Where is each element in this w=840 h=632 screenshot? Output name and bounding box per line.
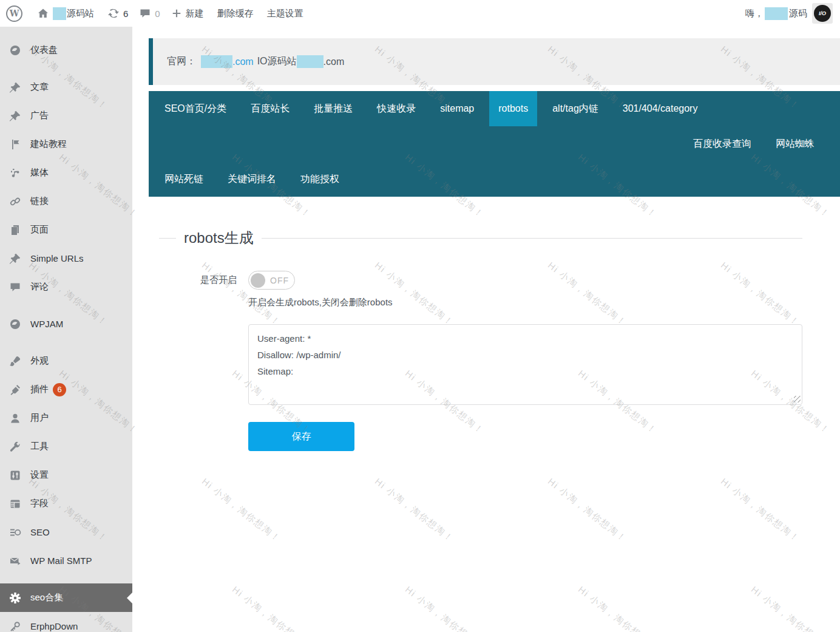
sidebar-item-settings[interactable]: 设置 [0,461,132,489]
sidebar-item-posts[interactable]: 文章 [0,73,132,101]
comments-icon [139,7,151,19]
comments-count: 0 [155,8,160,19]
toggle-state-label: OFF [270,276,289,285]
site-name: 源码站 [67,8,94,19]
tab-site-spider[interactable]: 网站蜘蛛 [767,126,824,161]
plus-icon [171,8,182,19]
flag-icon [9,138,21,151]
tab-baidu-webmaster[interactable]: 百度站长 [242,91,299,126]
sidebar-item-links[interactable]: 链接 [0,187,132,216]
theme-settings-link[interactable]: 主题设置 [267,8,303,19]
sidebar-item-label: 设置 [30,469,49,481]
wordpress-logo-icon: W [6,5,22,22]
sidebar-item-label: seo合集 [30,592,63,603]
tab-site-dead-link[interactable]: 网站死链 [155,161,212,197]
tab-alt-tag-internal-link[interactable]: alt/tag内链 [543,91,608,126]
sidebar-item-wp-mail-smtp[interactable]: WP Mail SMTP [0,546,132,575]
sidebar-item-label: 页面 [30,224,49,236]
brush-icon [9,355,21,367]
gauge-icon [9,318,21,330]
wordpress-menu[interactable]: W [6,5,22,22]
home-icon [37,7,49,19]
tab-301-404-category[interactable]: 301/404/category [614,91,707,126]
robots-textarea-wrap: User-agent: * Disallow: /wp-admin/ Sitem… [248,324,802,407]
clear-cache-label: 删除缓存 [217,8,254,19]
sidebar-item-label: 媒体 [30,167,49,178]
sidebar-item-comments[interactable]: 评论 [0,273,132,301]
sidebar-item-label: 插件 [30,384,49,395]
sidebar-item-pages[interactable]: 页面 [0,216,132,244]
comments-link[interactable]: 0 [139,7,160,19]
tab-batch-push[interactable]: 批量推送 [305,91,362,126]
mail-icon [9,555,21,567]
key-icon [9,620,21,632]
toggle-help-text: 开启会生成robots,关闭会删除robots [248,297,802,308]
media-icon [9,167,21,179]
user-name: 源码 [789,8,807,19]
sidebar-item-erphpdown[interactable]: ErphpDown [0,612,132,632]
site-link[interactable]: 源码站 [37,7,94,20]
textarea-resize-handle[interactable] [794,396,801,403]
sidebar-item-seo-collection[interactable]: seo合集 [0,583,132,612]
enable-row: 是否开启 OFF [159,271,802,290]
sidebar-item-label: 广告 [30,110,49,121]
sidebar-item-label: 评论 [30,281,49,293]
page-title: robots生成 [184,228,254,248]
avatar-frame[interactable]: I/O [812,3,833,24]
tab-rotbots[interactable]: rotbots [489,91,537,126]
censored-user-prefix [765,7,788,20]
sidebar-item-users[interactable]: 用户 [0,404,132,432]
section-head: robots生成 [159,228,802,248]
wrench-icon [9,441,21,453]
table-icon [9,498,21,510]
content-area: 官网： .com IO源码站 .com SEO首页/分类 百度站长 批量推送 快… [132,27,840,632]
enable-toggle[interactable]: OFF [248,271,295,290]
sidebar-item-simple-urls[interactable]: Simple URLs [0,244,132,273]
seo-lines-icon [9,526,21,539]
sidebar-item-fields[interactable]: 字段 [0,489,132,518]
sidebar-item-media[interactable]: 媒体 [0,158,132,187]
new-content-link[interactable]: 新建 [171,8,204,19]
domain-1-link[interactable]: .com [232,56,254,67]
sidebar-item-plugins[interactable]: 插件 6 [0,375,132,404]
toggle-knob [251,273,265,288]
sidebar-item-tools[interactable]: 工具 [0,432,132,461]
tab-feature-authorization[interactable]: 功能授权 [291,161,348,197]
censored-domain-1 [201,55,232,68]
plugin-icon [9,384,21,396]
clear-cache-link[interactable]: 删除缓存 [217,8,254,19]
current-menu-arrow-icon [121,593,132,603]
save-button[interactable]: 保存 [248,422,354,451]
sidebar-item-label: 用户 [30,412,49,424]
nav-row-3: 网站死链 关键词排名 功能授权 [149,161,840,197]
sidebar-item-label: 仪表盘 [30,44,58,56]
robots-textarea[interactable]: User-agent: * Disallow: /wp-admin/ Sitem… [248,324,802,405]
censored-domain-2 [297,55,323,68]
sidebar-item-seo[interactable]: SEO [0,518,132,546]
sidebar-item-wpjam[interactable]: WPJAM [0,310,132,338]
admin-bar: W 源码站 6 0 新建 删除缓存 主题设置 嗨， 源码 I/O [0,0,840,27]
domain-2-suffix: .com [323,56,345,67]
greeting-text: 嗨， [745,8,764,19]
tab-quick-include[interactable]: 快速收录 [368,91,425,126]
tab-keyword-ranking[interactable]: 关键词排名 [218,161,285,197]
tab-seo-home-category[interactable]: SEO首页/分类 [155,91,235,126]
admin-sidebar: 仪表盘 文章 广告 建站教程 媒体 链接 页面 [0,27,132,632]
account-menu[interactable]: 嗨， 源码 I/O [745,3,833,24]
notice-middle-text: IO源码站 [257,55,297,68]
sidebar-item-appearance[interactable]: 外观 [0,347,132,375]
sidebar-item-ads[interactable]: 广告 [0,101,132,130]
nav-row-2: 百度收录查询 网站蜘蛛 [149,126,840,161]
updates-link[interactable]: 6 [107,7,128,19]
pushpin-icon [9,110,21,122]
theme-settings-label: 主题设置 [267,8,303,19]
tab-sitemap[interactable]: sitemap [431,91,483,126]
save-row: 保存 [248,407,802,451]
gear-icon [9,592,21,604]
enable-label: 是否开启 [159,271,248,290]
sidebar-item-dashboard[interactable]: 仪表盘 [0,36,132,64]
head-line-left [159,238,176,239]
sidebar-item-site-tutorial[interactable]: 建站教程 [0,130,132,158]
tab-baidu-index-query[interactable]: 百度收录查询 [684,126,760,161]
head-line-right [262,238,802,239]
